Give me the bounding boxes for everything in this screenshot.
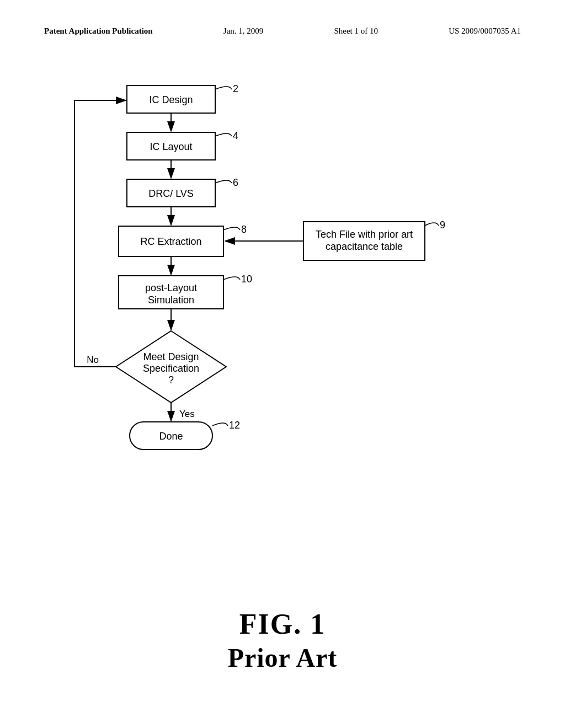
- ref-9: 9: [440, 220, 445, 231]
- flowchart-diagram: .box-rect { fill: white; stroke: black; …: [33, 66, 530, 518]
- no-label: No: [87, 355, 99, 365]
- figure-caption: FIG. 1 Prior Art: [0, 608, 565, 673]
- ic-design-label: IC Design: [149, 94, 193, 105]
- tech-file-line2: capacitance table: [326, 241, 403, 252]
- ref-12: 12: [229, 420, 240, 431]
- page-header: Patent Application Publication Jan. 1, 2…: [0, 26, 565, 36]
- done-label: Done: [159, 431, 183, 442]
- ref-10: 10: [241, 274, 252, 285]
- post-layout-line2: Simulation: [148, 295, 194, 306]
- ref-6: 6: [233, 177, 238, 188]
- ref-8: 8: [241, 224, 247, 235]
- figure-title: FIG. 1: [0, 608, 565, 640]
- ic-layout-label: IC Layout: [150, 141, 192, 152]
- ref-2: 2: [233, 83, 238, 94]
- drc-lvs-label: DRC/ LVS: [148, 188, 194, 199]
- patent-number: US 2009/0007035 A1: [449, 26, 521, 36]
- post-layout-line1: post-Layout: [145, 282, 197, 293]
- publication-date: Jan. 1, 2009: [223, 26, 264, 36]
- figure-subtitle: Prior Art: [0, 643, 565, 673]
- meet-design-line3: ?: [168, 374, 174, 386]
- publication-title: Patent Application Publication: [44, 26, 153, 36]
- ref-4: 4: [233, 130, 238, 141]
- tech-file-line1: Tech File with prior art: [316, 229, 413, 240]
- meet-design-line2: Specification: [143, 363, 199, 374]
- rc-extraction-label: RC Extraction: [140, 236, 201, 247]
- meet-design-line1: Meet Design: [143, 351, 199, 362]
- yes-label: Yes: [179, 409, 195, 419]
- sheet-info: Sheet 1 of 10: [334, 26, 378, 36]
